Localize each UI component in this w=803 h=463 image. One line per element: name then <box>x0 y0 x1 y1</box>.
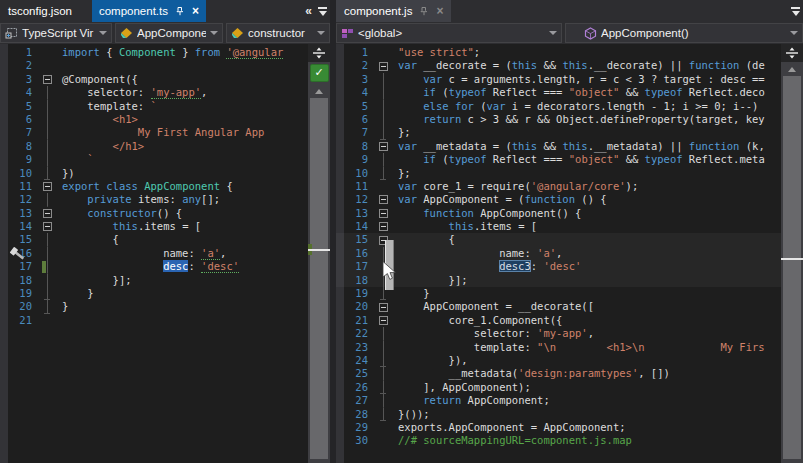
fold-toggle-icon[interactable] <box>43 182 52 191</box>
code-line[interactable]: 4 selector: 'my-app', <box>0 86 308 99</box>
code-text: desc: 'desc' <box>54 260 308 273</box>
function-dropdown[interactable]: AppComponent() <box>565 23 803 43</box>
code-line[interactable]: 28}()); <box>336 408 781 421</box>
file-health-check-icon[interactable]: ✓ <box>310 64 329 82</box>
code-line[interactable]: 19 } <box>336 287 781 300</box>
code-line[interactable]: 10}) <box>0 167 308 180</box>
scroll-up-button[interactable] <box>308 84 330 98</box>
code-line[interactable]: 27 return AppComponent; <box>336 394 781 407</box>
code-line[interactable]: 3 var c = arguments.length, r = c < 3 ? … <box>336 73 781 86</box>
tab-list-icon[interactable] <box>318 7 327 16</box>
scrollbar-thumb[interactable] <box>783 76 801 459</box>
code-line[interactable]: 30//# sourceMappingURL=component.js.map <box>336 434 781 447</box>
code-line[interactable]: 17 desc3: 'desc' <box>336 260 781 273</box>
code-line[interactable]: 5 template: ` <box>0 100 308 113</box>
code-line[interactable]: 11var core_1 = require('@angular/core'); <box>336 180 781 193</box>
code-line[interactable]: 5 else for (var i = decorators.length - … <box>336 100 781 113</box>
code-line[interactable]: 19 } <box>0 287 308 300</box>
splitter-handle-icon[interactable] <box>781 44 803 62</box>
code-line[interactable]: 16 name: 'a', <box>336 247 781 260</box>
project-dropdown[interactable]: TypeScript Vir <box>0 23 112 43</box>
scroll-tabs-left-icon[interactable]: « <box>305 4 312 18</box>
code-line[interactable]: 7}; <box>336 126 781 139</box>
code-line[interactable]: 16 name: 'a', <box>0 247 308 260</box>
code-line[interactable]: 1import { Component } from '@angular <box>0 46 308 59</box>
member-dropdown[interactable]: constructor <box>226 23 330 43</box>
code-line[interactable]: 4 if (typeof Reflect === "object" && typ… <box>336 86 781 99</box>
code-line[interactable]: 2var __decorate = (this && this.__decora… <box>336 59 781 72</box>
close-icon[interactable]: × <box>436 5 443 17</box>
code-line[interactable]: 21 core_1.Component({ <box>336 314 781 327</box>
code-line[interactable]: 8 </h1> <box>0 140 308 153</box>
code-line[interactable]: 15 { <box>0 233 308 246</box>
code-line[interactable]: 18 }]; <box>0 274 308 287</box>
code-text: }]; <box>54 274 308 287</box>
fold-toggle-icon[interactable] <box>379 142 388 151</box>
tab-component-ts[interactable]: component.ts × <box>92 0 206 22</box>
code-line[interactable]: 23 template: "\n <h1>\n My Firs <box>336 341 781 354</box>
fold-toggle-icon[interactable] <box>379 222 388 231</box>
tab-list-icon[interactable] <box>791 7 800 16</box>
scrollbar-thumb[interactable] <box>310 98 328 459</box>
code-line[interactable]: 8var __metadata = (this && this.__metada… <box>336 140 781 153</box>
pin-icon[interactable] <box>419 6 429 16</box>
line-number: 4 <box>336 86 376 99</box>
code-line[interactable]: 11export class AppComponent { <box>0 180 308 193</box>
fold-toggle-icon[interactable] <box>43 222 52 231</box>
fold-toggle-icon[interactable] <box>379 195 388 204</box>
code-line[interactable]: 6 return c > 3 && r && Object.defineProp… <box>336 113 781 126</box>
code-editor-typescript[interactable]: 1import { Component } from '@angular23@C… <box>0 44 308 463</box>
scrollbar-track[interactable] <box>781 76 803 463</box>
pin-icon[interactable] <box>175 6 185 16</box>
scroll-up-button[interactable] <box>781 62 803 76</box>
code-line[interactable]: 14 this.items = [ <box>0 220 308 233</box>
code-line[interactable]: 13 constructor() { <box>0 207 308 220</box>
code-line[interactable]: 21 <box>0 314 308 327</box>
left-vertical-scrollbar[interactable]: ✓ <box>308 44 330 463</box>
code-line[interactable]: 22 selector: 'my-app', <box>336 327 781 340</box>
code-line[interactable]: 24 }), <box>336 354 781 367</box>
code-line[interactable]: 1"use strict"; <box>336 46 781 59</box>
code-line[interactable]: 9 ` <box>0 153 308 166</box>
code-line[interactable]: 6 <h1> <box>0 113 308 126</box>
right-vertical-scrollbar[interactable] <box>781 44 803 463</box>
fold-toggle-icon[interactable] <box>379 62 388 71</box>
code-line[interactable]: 12var AppComponent = (function () { <box>336 193 781 206</box>
tab-label: component.ts <box>99 5 168 17</box>
fold-toggle-icon[interactable] <box>379 316 388 325</box>
code-line[interactable]: 26 ], AppComponent); <box>336 381 781 394</box>
left-navigation-bar: TypeScript Vir AppComponent constructor <box>0 22 330 44</box>
fold-toggle-icon[interactable] <box>43 209 52 218</box>
fold-toggle-icon[interactable] <box>43 75 52 84</box>
type-dropdown[interactable]: AppComponent <box>115 23 223 43</box>
code-line[interactable]: 29exports.AppComponent = AppComponent; <box>336 421 781 434</box>
scope-dropdown[interactable]: <global> <box>336 23 562 43</box>
code-line[interactable]: 13 function AppComponent() { <box>336 207 781 220</box>
code-line[interactable]: 25 __metadata('design:paramtypes', []) <box>336 367 781 380</box>
fold-toggle-icon[interactable] <box>379 209 388 218</box>
close-icon[interactable]: × <box>192 5 199 17</box>
code-line[interactable]: 14 this.items = [ <box>336 220 781 233</box>
code-line[interactable]: 3@Component({ <box>0 73 308 86</box>
fold-margin <box>376 153 390 166</box>
code-text: }) <box>54 167 308 180</box>
code-line[interactable]: 15 { <box>336 233 781 246</box>
splitter-handle-icon[interactable] <box>308 44 330 62</box>
tab-tsconfig-json[interactable]: tsconfig.json <box>0 0 80 22</box>
line-number: 6 <box>336 113 376 126</box>
tab-component-js[interactable]: component.js × <box>336 0 451 22</box>
code-line[interactable]: 10}; <box>336 167 781 180</box>
code-line[interactable]: 20} <box>0 300 308 313</box>
code-line[interactable]: 7 My First Angular App <box>0 126 308 139</box>
fold-toggle-icon[interactable] <box>379 303 388 312</box>
code-line[interactable]: 18 }]; <box>336 274 781 287</box>
code-line[interactable]: 2 <box>0 59 308 72</box>
code-line[interactable]: 12 private items: any[]; <box>0 193 308 206</box>
code-line[interactable]: 17 desc: 'desc' <box>0 260 308 273</box>
quick-actions-hammer-icon[interactable] <box>9 246 28 267</box>
code-text: if (typeof Reflect === "object" && typeo… <box>390 86 781 99</box>
code-editor-javascript[interactable]: 1"use strict";2var __decorate = (this &&… <box>336 44 781 463</box>
scrollbar-track[interactable] <box>308 98 330 463</box>
code-line[interactable]: 9 if (typeof Reflect === "object" && typ… <box>336 153 781 166</box>
code-line[interactable]: 20 AppComponent = __decorate([ <box>336 300 781 313</box>
